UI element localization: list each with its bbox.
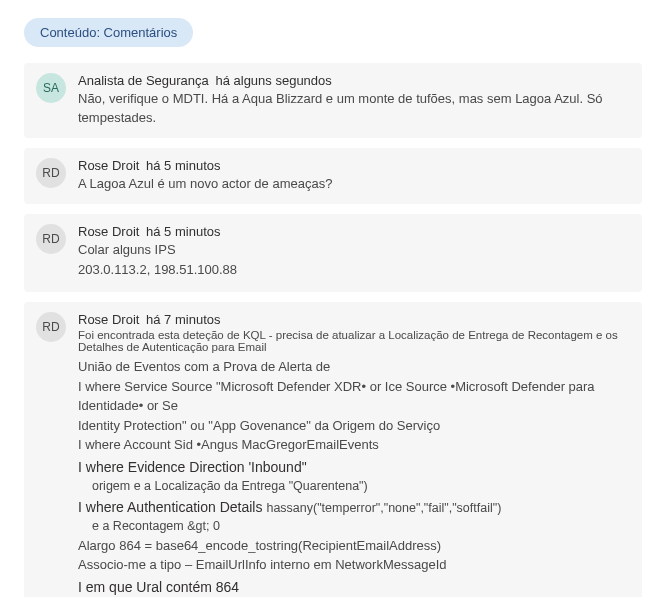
comment-author: Rose Droit bbox=[78, 224, 139, 239]
avatar: RD bbox=[36, 224, 66, 254]
kql-line: Alargo 864 = base64_encode_tostring(Reci… bbox=[78, 536, 630, 556]
comment-time: há 5 minutos bbox=[146, 224, 220, 239]
comment-time: há 7 minutos bbox=[146, 312, 220, 327]
kql-line: I where Account Sid •Angus MacGregorEmai… bbox=[78, 435, 630, 455]
comment-line: Colar alguns IPS bbox=[78, 241, 630, 260]
comment-item: SA Analista de Segurança há alguns segun… bbox=[24, 63, 642, 138]
comment-body: Analista de Segurança há alguns segundos… bbox=[78, 73, 630, 128]
kql-sub: origem e a Localização da Entrega "Quare… bbox=[92, 478, 630, 496]
comment-time: há 5 minutos bbox=[146, 158, 220, 173]
comment-header: Rose Droit há 7 minutos bbox=[78, 312, 630, 327]
comment-text: Não, verifique o MDTI. Há a Aqua Blizzar… bbox=[78, 90, 630, 128]
comment-header: Rose Droit há 5 minutos bbox=[78, 158, 630, 173]
kql-line: União de Eventos com a Prova de Alerta d… bbox=[78, 357, 630, 377]
kql-line: Associo-me a tipo – EmailUrlInfo interno… bbox=[78, 555, 630, 575]
kql-head-text: I where Authentication Details bbox=[78, 497, 262, 518]
comment-body: Rose Droit há 7 minutos Foi encontrada e… bbox=[78, 312, 630, 597]
kql-head: I where Authentication Details hassany("… bbox=[78, 495, 630, 518]
comment-header: Analista de Segurança há alguns segundos bbox=[78, 73, 630, 88]
comment-item: RD Rose Droit há 7 minutos Foi encontrad… bbox=[24, 302, 642, 597]
avatar: SA bbox=[36, 73, 66, 103]
comment-header: Rose Droit há 5 minutos bbox=[78, 224, 630, 239]
comment-time: há alguns segundos bbox=[215, 73, 331, 88]
comment-body: Rose Droit há 5 minutos A Lagoa Azul é u… bbox=[78, 158, 630, 194]
comment-text: União de Eventos com a Prova de Alerta d… bbox=[78, 357, 630, 597]
kql-head: I where Evidence Direction 'Inbound" bbox=[78, 457, 630, 478]
kql-head: I em que Ural contém 864 bbox=[78, 577, 630, 597]
tab-comments[interactable]: Conteúdo: Comentários bbox=[24, 18, 193, 47]
avatar: RD bbox=[36, 312, 66, 342]
comment-text: A Lagoa Azul é um novo actor de ameaças? bbox=[78, 175, 630, 194]
comment-author: Analista de Segurança bbox=[78, 73, 209, 88]
comment-body: Rose Droit há 5 minutos Colar alguns IPS… bbox=[78, 224, 630, 283]
kql-sub: e a Recontagem &gt; 0 bbox=[92, 518, 630, 536]
comment-author: Rose Droit bbox=[78, 158, 139, 173]
comment-subtitle: Foi encontrada esta deteção de KQL - pre… bbox=[78, 329, 630, 353]
avatar: RD bbox=[36, 158, 66, 188]
comment-author: Rose Droit bbox=[78, 312, 139, 327]
comment-text: Colar alguns IPS 203.0.113.2, 198.51.100… bbox=[78, 241, 630, 281]
kql-trail: hassany("temperror","none","fail","softf… bbox=[266, 499, 501, 518]
kql-line: Identity Protection" ou "App Govenance" … bbox=[78, 416, 630, 436]
comment-item: RD Rose Droit há 5 minutos Colar alguns … bbox=[24, 214, 642, 293]
kql-line: I where Service Source "Microsoft Defend… bbox=[78, 377, 630, 416]
comment-line: 203.0.113.2, 198.51.100.88 bbox=[78, 261, 630, 280]
comment-item: RD Rose Droit há 5 minutos A Lagoa Azul … bbox=[24, 148, 642, 204]
